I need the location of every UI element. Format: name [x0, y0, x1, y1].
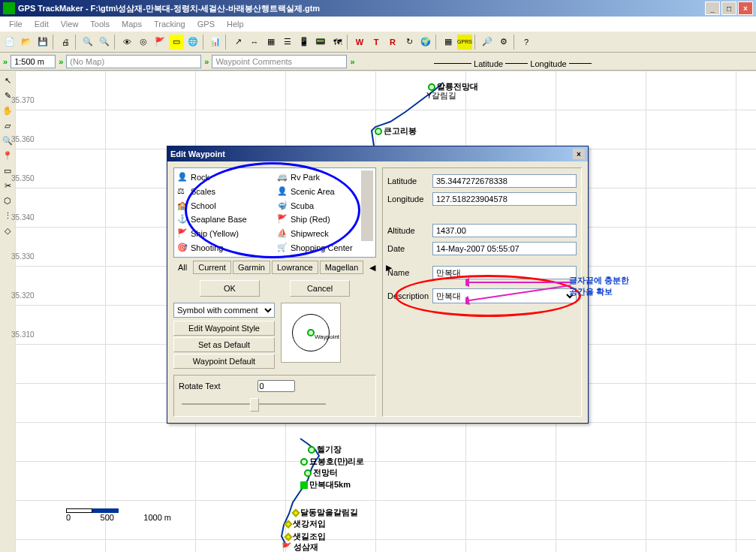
menu-tracking[interactable]: Tracking — [148, 18, 191, 30]
dialog-titlebar[interactable]: Edit Waypoint × — [167, 146, 588, 161]
wp-marker-icon — [308, 446, 315, 454]
menu-tools[interactable]: Tools — [84, 18, 116, 30]
waypoint-default-button[interactable]: Waypoint Default — [173, 354, 275, 369]
hex-icon[interactable]: ⬡ — [1, 194, 14, 207]
hand-icon[interactable]: ✋ — [1, 104, 14, 117]
table-icon[interactable]: ▦ — [264, 35, 279, 50]
highlight-icon[interactable]: ▭ — [169, 35, 184, 50]
map-icon[interactable]: 🗺 — [330, 35, 345, 50]
dialog-title: Edit Waypoint — [170, 149, 573, 158]
w-icon[interactable]: W — [352, 35, 367, 50]
cancel-button[interactable]: Cancel — [290, 280, 350, 297]
ok-button[interactable]: OK — [200, 280, 260, 297]
menu-file[interactable]: File — [3, 18, 29, 30]
print-icon[interactable]: 🖨 — [58, 35, 73, 50]
flag-icon[interactable]: 🚩 — [152, 35, 167, 50]
menu-maps[interactable]: Maps — [116, 18, 148, 30]
waypoint-2[interactable]: 헬기장 — [308, 444, 342, 455]
edit-style-button[interactable]: Edit Waypoint Style — [173, 321, 275, 336]
shape-icon[interactable]: ◇ — [1, 224, 14, 237]
eye-icon[interactable]: 👁 — [119, 35, 134, 50]
tab-current[interactable]: Current — [193, 261, 231, 274]
waypoint-5[interactable]: 만복대5km — [300, 479, 351, 490]
preview-label: Waypoint — [315, 333, 339, 340]
wp-marker-icon — [291, 508, 300, 517]
menu-help[interactable]: Help — [221, 18, 250, 30]
wp-label: 전망터 — [313, 467, 338, 478]
legend-0: 0 — [66, 513, 71, 522]
gprs-icon[interactable]: GPRS — [457, 35, 472, 50]
t-icon[interactable]: T — [369, 35, 384, 50]
waypoint-1[interactable]: 큰고리봉 — [375, 125, 417, 137]
r-icon[interactable]: R — [385, 35, 400, 50]
tab-garmin[interactable]: Garmin — [233, 261, 270, 274]
tab-lowrance[interactable]: Lowrance — [272, 261, 318, 274]
symbol-combo[interactable]: Symbol with comment — [173, 303, 275, 318]
device1-icon[interactable]: 📱 — [297, 35, 312, 50]
globe2-icon[interactable]: 🌍 — [418, 35, 433, 50]
axis-y-0: 35.370 — [11, 96, 35, 104]
help-icon[interactable]: ? — [519, 35, 534, 50]
waypoint-8[interactable]: 샛길조입 — [285, 531, 326, 542]
waypoint-4[interactable]: 전망터 — [304, 467, 338, 478]
chart-icon[interactable]: 📊 — [208, 35, 223, 50]
wp-label: 큰고리봉 — [384, 125, 417, 137]
device2-icon[interactable]: 📟 — [313, 35, 328, 50]
date-input[interactable] — [432, 242, 577, 255]
waypoint-6[interactable]: 달동말을갈림길 — [293, 507, 358, 518]
new-icon[interactable]: 📄 — [2, 35, 17, 50]
axis-y-3: 35.340 — [11, 213, 35, 222]
lat-input[interactable] — [432, 174, 577, 188]
refresh-icon[interactable]: ↻ — [402, 35, 417, 50]
save-icon[interactable]: 💾 — [35, 35, 50, 50]
arrow4-icon[interactable]: » — [350, 57, 354, 66]
menu-gps[interactable]: GPS — [191, 18, 221, 30]
map-input[interactable] — [66, 55, 201, 68]
eraser-icon[interactable]: ▱ — [1, 119, 14, 132]
axis-y-6: 35.310 — [11, 330, 35, 339]
open-icon[interactable]: 📂 — [19, 35, 34, 50]
globe-icon[interactable]: 🌐 — [185, 35, 200, 50]
scale-bar: » » » » — [0, 53, 756, 71]
target-icon[interactable]: ◎ — [136, 35, 151, 50]
zoomin-icon[interactable]: 🔍 — [80, 35, 95, 50]
arrows-icon[interactable]: ↔ — [247, 35, 262, 50]
name-label: Name — [387, 268, 432, 277]
rotate-label: Rotate Text — [179, 382, 220, 391]
lat-header: Latitude — [474, 59, 503, 68]
minimize-button[interactable]: _ — [705, 2, 720, 15]
cursor-icon[interactable]: ↖ — [1, 74, 14, 87]
grid-icon[interactable]: ▦ — [441, 35, 456, 50]
waypoint-9[interactable]: 🚩 성삼재 — [282, 541, 318, 552]
tab-magellan[interactable]: Magellan — [320, 261, 364, 274]
search-icon[interactable]: 🔎 — [480, 35, 495, 50]
alt-input[interactable] — [432, 224, 577, 237]
zoomout-icon[interactable]: 🔍 — [97, 35, 112, 50]
wp-label: 헬기장 — [317, 444, 342, 455]
tab-all[interactable]: All — [173, 261, 191, 273]
comments-input[interactable] — [212, 55, 347, 68]
menu-edit[interactable]: Edit — [29, 18, 55, 30]
menu-view[interactable]: View — [55, 18, 85, 30]
legend-end: 1000 m — [143, 513, 171, 522]
maximize-button[interactable]: □ — [721, 2, 736, 15]
rotate-input[interactable] — [258, 380, 295, 392]
rotate-slider[interactable] — [179, 397, 329, 412]
flag2-icon[interactable]: 📍 — [1, 149, 14, 162]
wp-marker-icon — [284, 520, 292, 528]
waypoint-3[interactable]: 묘봉호(만)리로 — [300, 456, 364, 467]
scale-input[interactable] — [11, 55, 56, 68]
tab-left-icon[interactable]: ◀ — [365, 261, 380, 274]
arrow3-icon[interactable]: » — [204, 57, 209, 66]
dialog-close-button[interactable]: × — [573, 149, 585, 159]
lon-input[interactable] — [432, 192, 577, 206]
set-default-button[interactable]: Set as Default — [173, 337, 275, 352]
arrow1-icon[interactable]: » — [3, 57, 8, 66]
arrow2-icon[interactable]: » — [59, 57, 63, 66]
list-icon[interactable]: ☰ — [280, 35, 295, 50]
gear-icon[interactable]: ⚙ — [496, 35, 511, 50]
close-button[interactable]: × — [738, 2, 753, 15]
waypoint-7[interactable]: 샛강저입 — [285, 518, 326, 529]
waypoint-0b[interactable]: Y갈림길 — [426, 90, 456, 101]
export-icon[interactable]: ↗ — [230, 35, 245, 50]
